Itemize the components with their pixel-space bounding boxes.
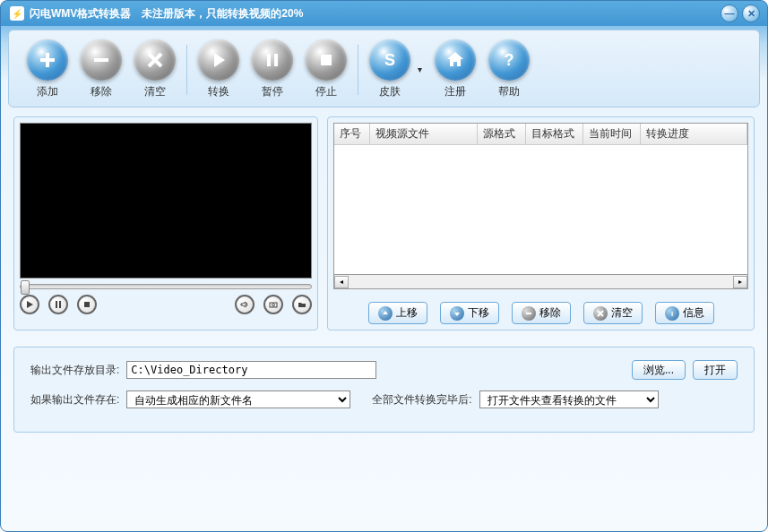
after-convert-select[interactable]: 打开文件夹查看转换的文件 xyxy=(479,390,659,408)
app-window: ⚡ 闪电WMV格式转换器 未注册版本，只能转换视频的20% — ✕ 添加 移除 … xyxy=(0,0,768,532)
svg-rect-1 xyxy=(267,54,271,66)
svg-rect-11 xyxy=(526,313,531,314)
move-up-button[interactable]: 上移 xyxy=(368,302,427,324)
skin-icon: S xyxy=(369,39,410,81)
app-icon: ⚡ xyxy=(10,6,24,21)
x-icon xyxy=(134,39,176,81)
window-title: 闪电WMV格式转换器 未注册版本，只能转换视频的20% xyxy=(30,6,303,21)
col-index[interactable]: 序号 xyxy=(334,124,370,144)
svg-text:i: i xyxy=(670,310,672,318)
browse-button[interactable]: 浏览... xyxy=(632,360,686,380)
home-icon xyxy=(435,39,476,81)
scroll-left-button[interactable]: ◂ xyxy=(334,276,349,288)
add-button[interactable]: 添加 xyxy=(27,39,68,99)
svg-rect-2 xyxy=(274,54,278,66)
preview-folder-button[interactable] xyxy=(292,295,312,314)
list-remove-button[interactable]: 移除 xyxy=(512,302,571,324)
x-icon xyxy=(593,306,608,321)
table-header: 序号 视频源文件 源格式 目标格式 当前时间 转换进度 xyxy=(334,124,747,145)
svg-rect-3 xyxy=(321,55,332,65)
svg-point-10 xyxy=(272,304,275,306)
titlebar: ⚡ 闪电WMV格式转换器 未注册版本，只能转换视频的20% — ✕ xyxy=(1,1,767,26)
info-icon: i xyxy=(665,306,679,321)
col-srcfmt[interactable]: 源格式 xyxy=(478,124,526,144)
arrow-down-icon xyxy=(450,306,464,321)
move-down-button[interactable]: 下移 xyxy=(440,302,499,324)
info-button[interactable]: i信息 xyxy=(655,302,714,324)
output-dir-input[interactable] xyxy=(126,361,376,379)
col-curtime[interactable]: 当前时间 xyxy=(583,124,641,144)
pause-button[interactable]: 暂停 xyxy=(252,39,293,99)
col-progress[interactable]: 转换进度 xyxy=(641,124,747,144)
minus-icon xyxy=(522,306,536,321)
arrow-up-icon xyxy=(378,306,393,321)
help-icon: ? xyxy=(488,39,530,81)
file-table[interactable]: 序号 视频源文件 源格式 目标格式 当前时间 转换进度 xyxy=(333,123,748,275)
seek-slider[interactable] xyxy=(20,284,312,289)
seek-handle[interactable] xyxy=(21,280,30,295)
file-exists-label: 如果输出文件存在: xyxy=(30,392,119,408)
minus-icon xyxy=(81,39,122,81)
preview-play-button[interactable] xyxy=(20,295,39,314)
remove-button[interactable]: 移除 xyxy=(81,39,122,99)
list-clear-button[interactable]: 清空 xyxy=(583,302,643,324)
skin-button[interactable]: S 皮肤 xyxy=(369,39,410,99)
help-button[interactable]: ? 帮助 xyxy=(488,39,530,99)
stop-icon xyxy=(306,39,347,81)
preview-volume-button[interactable] xyxy=(235,295,255,314)
scroll-right-button[interactable]: ▸ xyxy=(733,276,747,288)
svg-rect-6 xyxy=(56,301,57,308)
open-folder-button[interactable]: 打开 xyxy=(693,360,738,380)
close-button[interactable]: ✕ xyxy=(742,4,760,22)
svg-rect-8 xyxy=(84,302,90,307)
register-button[interactable]: 注册 xyxy=(435,39,476,99)
convert-button[interactable]: 转换 xyxy=(198,39,239,99)
main-toolbar: 添加 移除 清空 转换 暂停 停止 xyxy=(8,30,760,107)
minimize-button[interactable]: — xyxy=(721,4,738,22)
stop-button[interactable]: 停止 xyxy=(306,39,347,99)
preview-pause-button[interactable] xyxy=(48,295,68,314)
file-list-panel: 序号 视频源文件 源格式 目标格式 当前时间 转换进度 ◂ ▸ 上移 下移 移除… xyxy=(327,116,755,330)
output-settings-panel: 输出文件存放目录: 浏览... 打开 如果输出文件存在: 自动生成相应的新文件名… xyxy=(13,347,755,433)
play-icon xyxy=(198,39,239,81)
clear-button[interactable]: 清空 xyxy=(134,39,176,99)
skin-dropdown-arrow[interactable]: ▾ xyxy=(418,64,422,74)
table-hscrollbar[interactable]: ◂ ▸ xyxy=(333,275,748,289)
svg-text:S: S xyxy=(384,51,395,69)
after-convert-label: 全部文件转换完毕后: xyxy=(372,392,471,408)
file-exists-select[interactable]: 自动生成相应的新文件名 xyxy=(126,390,350,408)
preview-stop-button[interactable] xyxy=(77,295,97,314)
col-source[interactable]: 视频源文件 xyxy=(370,124,478,144)
svg-rect-7 xyxy=(59,301,61,308)
video-preview xyxy=(20,123,312,279)
preview-panel xyxy=(13,116,318,330)
preview-snapshot-button[interactable] xyxy=(263,295,283,314)
svg-rect-0 xyxy=(94,58,108,62)
col-dstfmt[interactable]: 目标格式 xyxy=(526,124,583,144)
svg-text:?: ? xyxy=(505,51,514,69)
plus-icon xyxy=(27,39,68,81)
pause-icon xyxy=(252,39,293,81)
output-dir-label: 输出文件存放目录: xyxy=(30,363,119,378)
